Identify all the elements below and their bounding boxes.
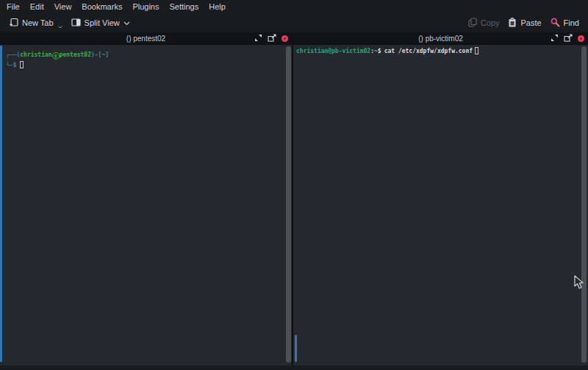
toolbar: New Tab Split View Copy	[0, 13, 588, 32]
left-pane-titlebar[interactable]: () pentest02	[0, 32, 292, 45]
prompt-symbol: $	[378, 48, 381, 54]
maximize-view-icon[interactable]	[551, 32, 559, 45]
detach-tab-icon[interactable]	[564, 32, 573, 45]
menu-view[interactable]: View	[49, 2, 77, 11]
pane-pb-victim02: () pb-victim02 c	[293, 32, 588, 366]
prompt-frame-end: ]	[105, 51, 109, 58]
pane-pentest02: () pentest02	[0, 32, 292, 366]
terminal-prompt-line: ┌──(christian㉿pentest02)-[~]	[6, 51, 292, 61]
split-view-button[interactable]: Split View	[67, 16, 135, 30]
copy-label: Copy	[481, 18, 500, 27]
menu-plugins[interactable]: Plugins	[127, 2, 164, 11]
find-button[interactable]: Find	[546, 15, 584, 31]
prompt-host: pentest02	[60, 51, 91, 58]
paste-icon	[508, 18, 517, 29]
detach-tab-icon[interactable]	[268, 32, 276, 45]
find-icon	[551, 18, 560, 29]
left-scrollbar-handle[interactable]	[286, 46, 291, 363]
split-view-chevron-icon	[123, 18, 130, 27]
right-scrollbar[interactable]	[581, 46, 587, 363]
menubar: File Edit View Bookmarks Plugins Setting…	[0, 0, 588, 13]
prompt-user-host: christian@pb-victim02	[296, 48, 370, 54]
new-tab-button[interactable]: New Tab	[4, 15, 67, 31]
maximize-view-icon[interactable]	[254, 32, 262, 45]
right-terminal[interactable]: christian@pb-victim02:~$cat /etc/xdpfw/x…	[293, 45, 588, 366]
find-label: Find	[564, 18, 579, 27]
left-pane-highlight-bar	[0, 46, 2, 362]
paste-label: Paste	[520, 18, 541, 27]
text-cursor	[20, 61, 24, 68]
split-view-label: Split View	[85, 18, 120, 27]
prompt-frame-mid: )-[	[91, 51, 101, 58]
menu-help[interactable]: Help	[204, 2, 231, 11]
terminal-command-line: christian@pb-victim02:~$cat /etc/xdpfw/x…	[296, 47, 588, 56]
right-pane-title: () pb-victim02	[293, 35, 588, 43]
window-bottom-edge	[0, 366, 588, 370]
typed-command: cat /etc/xdpfw/xdpfw.conf	[384, 48, 473, 54]
new-tab-label: New Tab	[22, 18, 54, 27]
prompt-frame-bottom: └─$	[6, 62, 16, 68]
terminal-input-line: └─$	[6, 61, 292, 70]
split-view-icon	[71, 18, 81, 28]
new-tab-dropdown-chevron	[58, 21, 62, 30]
menu-file[interactable]: File	[1, 2, 25, 11]
prompt-user: christian	[20, 51, 51, 58]
new-tab-icon	[9, 18, 18, 29]
copy-button[interactable]: Copy	[464, 15, 504, 31]
copy-icon	[468, 18, 477, 29]
close-session-button[interactable]	[282, 35, 288, 42]
menu-bookmarks[interactable]: Bookmarks	[76, 2, 127, 11]
close-session-button[interactable]	[578, 35, 584, 42]
konsole-window: { "menu": { "items": ["File", "Edit", "V…	[0, 0, 588, 370]
right-pane-controls	[551, 32, 588, 45]
left-scrollbar[interactable]	[286, 46, 291, 363]
right-pane-titlebar[interactable]: () pb-victim02	[293, 32, 588, 45]
left-pane-controls	[254, 32, 292, 45]
split-view-container: () pentest02	[0, 32, 588, 366]
left-terminal[interactable]: ┌──(christian㉿pentest02)-[~] └─$	[0, 45, 292, 366]
right-scrollbar-handle[interactable]	[581, 46, 587, 363]
text-cursor	[475, 47, 478, 54]
left-pane-title: () pentest02	[0, 35, 292, 43]
prompt-frame-top: ┌──(	[6, 51, 20, 58]
right-pane-highlight-bar	[295, 335, 297, 362]
menu-edit[interactable]: Edit	[25, 2, 49, 11]
menu-settings[interactable]: Settings	[164, 2, 204, 11]
mouse-cursor	[574, 275, 584, 293]
paste-button[interactable]: Paste	[503, 15, 545, 31]
